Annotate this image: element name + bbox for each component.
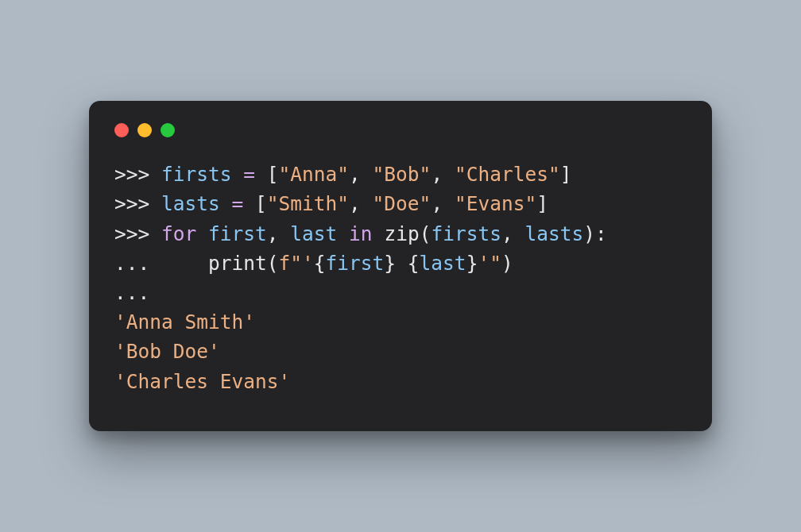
code-token: , <box>349 192 373 215</box>
code-line: 'Bob Doe' <box>114 337 687 366</box>
code-token: } <box>466 252 478 275</box>
code-token: [ <box>255 163 279 186</box>
code-token <box>196 222 208 245</box>
code-token: ] <box>560 163 572 186</box>
code-token: [ <box>243 192 267 215</box>
close-icon[interactable] <box>114 123 129 137</box>
code-token <box>396 252 408 275</box>
code-token: for <box>161 222 196 245</box>
code-token: firsts <box>431 222 501 245</box>
code-token: "Evans" <box>455 192 536 215</box>
code-token: first <box>326 252 385 275</box>
code-token: 'Bob Doe' <box>114 340 220 363</box>
code-token: ... <box>114 281 149 304</box>
code-line: >>> lasts = ["Smith", "Doe", "Evans"] <box>114 189 687 218</box>
code-token: "Anna" <box>279 163 350 186</box>
code-token <box>337 222 349 245</box>
code-line: ... print(f"'{first} {last}'") <box>114 249 687 278</box>
code-token: ... print( <box>114 252 279 275</box>
code-token: ] <box>536 192 548 215</box>
code-token: lasts <box>524 222 583 245</box>
code-token: { <box>314 252 326 275</box>
code-line: 'Anna Smith' <box>114 307 687 337</box>
maximize-icon[interactable] <box>161 123 175 137</box>
code-token: "Doe" <box>373 192 431 215</box>
code-token: first <box>208 222 267 245</box>
code-token: , <box>431 163 455 186</box>
code-line: ... <box>114 278 687 307</box>
code-token: lasts <box>161 192 220 215</box>
code-line: >>> for first, last in zip(firsts, lasts… <box>114 219 687 249</box>
code-token: , <box>267 222 291 245</box>
code-token: "Bob" <box>373 163 431 186</box>
code-token: firsts <box>161 163 232 186</box>
code-token: in <box>349 222 373 245</box>
code-token: >>> <box>114 163 161 186</box>
code-token: last <box>420 252 466 275</box>
code-token: { <box>408 252 420 275</box>
terminal-window: >>> firsts = ["Anna", "Bob", "Charles"]>… <box>89 101 712 431</box>
code-token: ): <box>583 222 607 245</box>
code-token: ) <box>501 252 513 275</box>
code-token: 'Anna Smith' <box>114 310 255 333</box>
code-token: >>> <box>114 192 161 215</box>
code-token: , <box>501 222 525 245</box>
code-token: , <box>431 192 455 215</box>
code-token: >>> <box>114 222 161 245</box>
window-titlebar <box>114 123 687 137</box>
code-token: '" <box>478 252 501 275</box>
code-token: "Smith" <box>267 192 349 215</box>
code-line: 'Charles Evans' <box>114 367 687 396</box>
code-token: } <box>384 252 396 275</box>
code-token: 'Charles Evans' <box>114 370 290 393</box>
code-line: >>> firsts = ["Anna", "Bob", "Charles"] <box>114 160 687 189</box>
code-token: = <box>232 192 244 215</box>
minimize-icon[interactable] <box>137 123 152 137</box>
code-token: zip( <box>373 222 431 245</box>
code-token: last <box>290 222 337 245</box>
code-token: , <box>349 163 373 186</box>
code-token <box>232 163 244 186</box>
code-token: "Charles" <box>455 163 560 186</box>
code-token: = <box>243 163 255 186</box>
code-token: f"' <box>279 252 314 275</box>
code-block: >>> firsts = ["Anna", "Bob", "Charles"]>… <box>114 160 687 396</box>
code-token <box>220 192 232 215</box>
